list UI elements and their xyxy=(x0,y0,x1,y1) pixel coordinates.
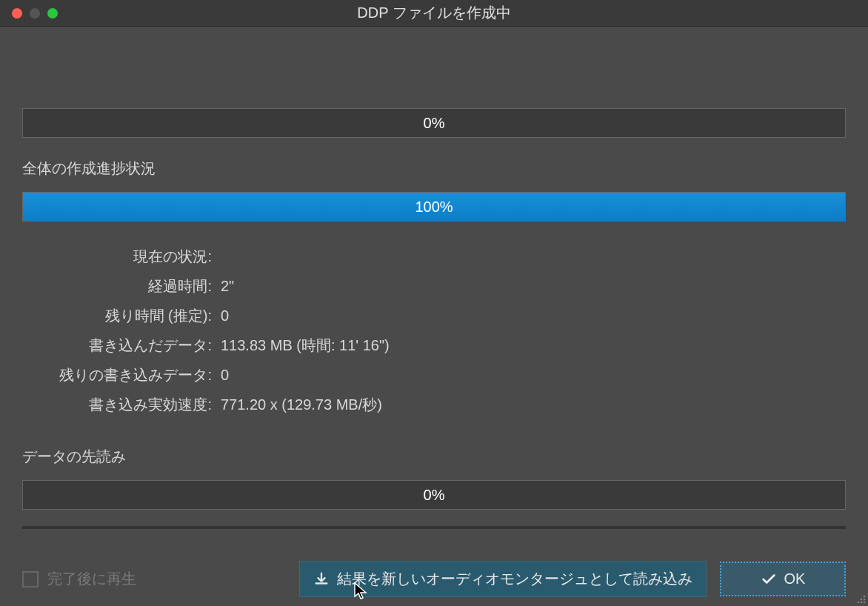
stat-row-elapsed: 経過時間: 2" xyxy=(22,276,846,296)
stats-block: 現在の状況: 経過時間: 2" 残り時間 (推定): 0 書き込んだデータ: 1… xyxy=(22,247,846,424)
stat-row-written: 書き込んだデータ: 113.83 MB (時間: 11' 16") xyxy=(22,336,846,355)
svg-point-5 xyxy=(864,602,865,603)
progress-text-top: 0% xyxy=(424,115,445,132)
close-window-button[interactable] xyxy=(12,8,22,19)
play-after-complete-label: 完了後に再生 xyxy=(47,569,136,589)
progress-bar-readahead: 0% xyxy=(22,480,846,510)
resize-grip-icon[interactable] xyxy=(855,593,867,605)
svg-point-0 xyxy=(864,596,865,597)
progress-bar-overall: 100% xyxy=(22,192,846,222)
stat-label: 残り時間 (推定): xyxy=(22,306,221,325)
svg-point-2 xyxy=(864,599,865,600)
readahead-label: データの先読み xyxy=(22,447,846,467)
stat-label: 書き込み実効速度: xyxy=(22,395,221,414)
progress-bar-top: 0% xyxy=(22,108,846,138)
maximize-window-button[interactable] xyxy=(47,8,58,19)
window-title: DDP ファイルを作成中 xyxy=(0,3,868,23)
dialog-content: 0% 全体の作成進捗状況 100% 現在の状況: 経過時間: 2" 残り時間 (… xyxy=(0,27,868,549)
progress-text-readahead: 0% xyxy=(424,487,445,504)
dialog-window: DDP ファイルを作成中 0% 全体の作成進捗状況 100% 現在の状況: 経過… xyxy=(0,0,868,606)
stat-value: 0 xyxy=(221,306,229,325)
check-icon xyxy=(761,571,777,587)
svg-point-3 xyxy=(858,602,859,603)
stat-row-remaining: 残り時間 (推定): 0 xyxy=(22,306,846,325)
titlebar: DDP ファイルを作成中 xyxy=(0,0,868,27)
divider xyxy=(22,526,846,529)
stat-row-remaining-data: 残りの書き込みデータ: 0 xyxy=(22,365,846,384)
svg-point-4 xyxy=(861,602,862,603)
download-icon xyxy=(313,571,330,587)
ok-button[interactable]: OK xyxy=(720,562,846,596)
stat-label: 現在の状況: xyxy=(22,247,221,266)
window-controls xyxy=(0,8,58,19)
play-after-complete-group[interactable]: 完了後に再生 xyxy=(22,569,136,589)
stat-label: 経過時間: xyxy=(22,276,221,296)
load-as-montage-button[interactable]: 結果を新しいオーディオモンタージュとして読み込み xyxy=(299,561,707,597)
footer: 完了後に再生 結果を新しいオーディオモンタージュとして読み込み OK xyxy=(0,549,868,606)
stat-row-current-status: 現在の状況: xyxy=(22,247,846,266)
load-as-montage-label: 結果を新しいオーディオモンタージュとして読み込み xyxy=(337,569,692,589)
stat-value: 113.83 MB (時間: 11' 16") xyxy=(221,336,390,355)
stat-label: 残りの書き込みデータ: xyxy=(22,365,221,384)
minimize-window-button[interactable] xyxy=(30,8,40,19)
stat-value: 771.20 x (129.73 MB/秒) xyxy=(221,395,382,414)
overall-progress-label: 全体の作成進捗状況 xyxy=(22,159,846,179)
ok-button-label: OK xyxy=(784,570,806,587)
stat-value: 2" xyxy=(221,276,234,296)
stat-row-speed: 書き込み実効速度: 771.20 x (129.73 MB/秒) xyxy=(22,395,846,414)
progress-text-overall: 100% xyxy=(415,199,453,216)
stat-value: 0 xyxy=(221,365,229,384)
svg-point-1 xyxy=(861,599,862,600)
play-after-complete-checkbox[interactable] xyxy=(22,571,39,587)
stat-label: 書き込んだデータ: xyxy=(22,336,221,355)
